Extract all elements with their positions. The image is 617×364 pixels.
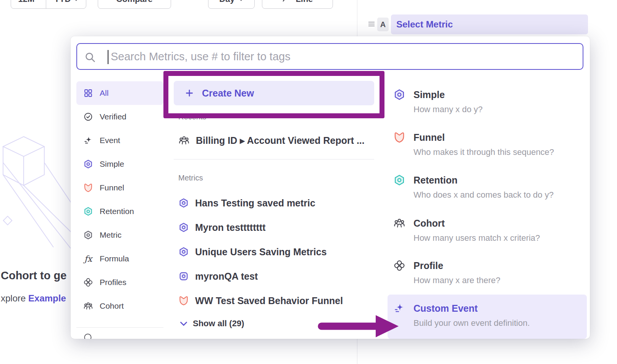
metric-list-item[interactable]: Myron testttttttt: [178, 215, 266, 240]
annotation-arrow: [316, 312, 402, 340]
day-label: Day: [219, 0, 234, 4]
metric-list-item[interactable]: Hans Testing saved metric: [178, 191, 315, 215]
metric-list-item[interactable]: myronQA test: [178, 264, 258, 288]
compare-button[interactable]: Compare: [98, 0, 171, 9]
annotation-highlight-box: [163, 71, 384, 118]
type-desc: How many x are there?: [413, 275, 500, 286]
category-formula[interactable]: ƒx Formula: [76, 247, 163, 271]
category-verified[interactable]: Verified: [76, 105, 163, 129]
category-label: Cohort: [100, 301, 124, 311]
empty-state-illustration: [0, 126, 80, 252]
people-icon: [393, 217, 405, 229]
range-ytd-label: YTD: [54, 0, 71, 4]
metric-list-item[interactable]: Unique Users Saving Metrics: [178, 240, 327, 264]
hexagon-purple-icon: [393, 89, 405, 101]
category-label: Metric: [100, 230, 121, 240]
range-12m-button[interactable]: 12M: [11, 0, 42, 8]
line-chart-type-button[interactable]: Line: [262, 0, 333, 9]
type-title: Funnel: [413, 131, 445, 143]
type-desc: Who makes it through this sequence?: [413, 147, 554, 158]
metric-item-label: WW Test Saved Behavior Funnel: [195, 295, 343, 306]
clover-icon: [83, 277, 93, 287]
recent-item[interactable]: Billing ID ▸ Account Viewed Report ...: [178, 130, 365, 151]
type-funnel[interactable]: Funnel Who makes it through this sequenc…: [388, 131, 587, 166]
category-label: Verified: [100, 112, 126, 121]
category-retention[interactable]: Retention: [76, 200, 163, 223]
grid-icon: [83, 88, 93, 98]
select-metric-field[interactable]: Select Metric: [391, 14, 588, 34]
partial-category-icon: [83, 333, 163, 339]
caret-down-icon: [74, 0, 79, 1]
category-cohort[interactable]: Cohort: [76, 294, 163, 318]
category-divider: [76, 327, 163, 328]
category-list: All Verified Event Simple Funnel Retenti…: [76, 81, 163, 339]
type-desc: How many x do y?: [413, 104, 483, 115]
hexagon-purple-icon: [178, 198, 189, 208]
day-button[interactable]: Day: [208, 0, 255, 9]
type-title: Cohort: [413, 217, 445, 229]
show-all-label: Show all (29): [193, 319, 244, 329]
category-simple[interactable]: Simple: [76, 152, 163, 176]
type-desc: Who does x and comes back to do y?: [413, 189, 554, 201]
metric-item-label: myronQA test: [195, 271, 258, 282]
category-label: Simple: [100, 159, 124, 169]
funnel-icon: [178, 295, 189, 306]
type-custom-event[interactable]: Custom Event Build your own event defini…: [388, 295, 587, 339]
type-desc: How many users match x criteria?: [413, 232, 540, 244]
hexagon-teal-icon: [393, 174, 405, 186]
type-retention[interactable]: Retention Who does x and comes back to d…: [388, 174, 587, 209]
drag-handle-icon[interactable]: [368, 21, 375, 29]
app-canvas: 12M YTD Compare Day Line A Select Metric: [0, 0, 617, 364]
people-icon: [178, 135, 190, 146]
category-label: Formula: [100, 254, 129, 263]
category-event[interactable]: Event: [76, 129, 163, 152]
people-icon: [83, 301, 93, 311]
type-title: Simple: [413, 89, 445, 101]
subline-prefix: xplore: [1, 293, 28, 303]
type-desc: Build your own event definition.: [413, 317, 530, 329]
spark-icon: [83, 135, 93, 145]
metrics-header: Metrics: [178, 174, 203, 182]
category-label: Retention: [100, 207, 134, 216]
date-range-control: 12M YTD: [11, 0, 86, 9]
category-label: Funnel: [100, 183, 124, 192]
hexagon-teal-icon: [83, 206, 93, 216]
type-title: Retention: [413, 174, 457, 186]
type-profile[interactable]: Profile How many x are there?: [388, 259, 587, 295]
category-profiles[interactable]: Profiles: [76, 271, 163, 294]
type-simple[interactable]: Simple How many x do y?: [388, 89, 587, 124]
category-label: Event: [100, 136, 120, 145]
compare-label: Compare: [116, 0, 152, 4]
category-all[interactable]: All: [76, 81, 163, 105]
metric-item-label: Myron testttttttt: [195, 222, 266, 233]
row-letter-badge: A: [377, 18, 389, 31]
metric-item-label: Hans Testing saved metric: [195, 198, 315, 209]
caret-down-icon: [239, 0, 244, 1]
metric-item-label: Unique Users Saving Metrics: [195, 246, 327, 258]
range-ytd-button[interactable]: YTD: [46, 0, 86, 8]
hexagon-purple-icon: [178, 246, 189, 257]
chevron-down-icon: [180, 321, 187, 326]
metric-list-item[interactable]: WW Test Saved Behavior Funnel: [178, 288, 343, 313]
category-label: Profiles: [100, 278, 126, 287]
recent-item-label: Billing ID ▸ Account Viewed Report ...: [196, 135, 365, 146]
category-label: All: [100, 89, 108, 98]
empty-state-subline: xplore Example: [1, 293, 66, 304]
category-funnel[interactable]: Funnel: [76, 176, 163, 200]
hexagon-purple-icon: [83, 159, 93, 169]
hexagon-purple-icon: [178, 222, 189, 233]
formula-icon: ƒx: [83, 254, 93, 264]
funnel-icon: [393, 131, 405, 143]
show-all-button[interactable]: Show all (29): [180, 316, 244, 331]
line-chart-icon: [282, 0, 292, 4]
hexagon-gray-icon: [83, 230, 93, 240]
metric-type-column: Simple How many x do y? Funnel Who makes…: [388, 36, 587, 339]
example-link[interactable]: Example: [28, 293, 66, 303]
type-title: Profile: [413, 259, 443, 272]
empty-state-title-fragment: Cohort to ge: [1, 269, 66, 282]
line-label: Line: [296, 0, 313, 4]
category-metric[interactable]: Metric: [76, 223, 163, 247]
section-divider: [174, 159, 374, 159]
type-cohort[interactable]: Cohort How many users match x criteria?: [388, 217, 587, 252]
range-12m-label: 12M: [18, 0, 35, 4]
